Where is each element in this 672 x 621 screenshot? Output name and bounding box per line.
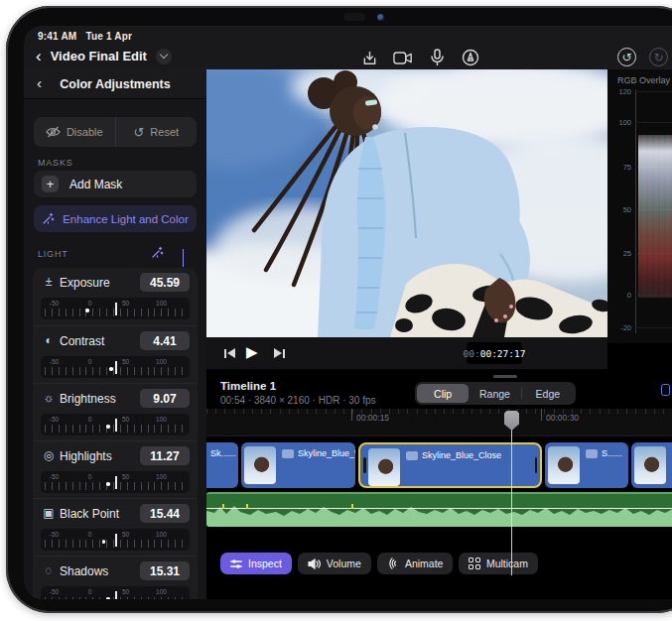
multicam-button[interactable]: Multicam: [459, 553, 538, 574]
scope-tick-label: -20: [609, 323, 631, 332]
timeline-meta: 00:54 · 3840 × 2160 · HDR · 30 fps: [220, 395, 375, 406]
slider-value[interactable]: 9.07: [140, 389, 190, 408]
status-time: 9:41 AM: [38, 31, 76, 42]
timeline-panel: Timeline 1 00:54 · 3840 × 2160 · HDR · 3…: [206, 369, 672, 599]
audio-track[interactable]: [206, 492, 672, 527]
volume-line[interactable]: [206, 508, 672, 509]
page-background: 9:41 AMTue 1 Apr ‹ Video Final Edit: [0, 0, 672, 621]
screen: 9:41 AMTue 1 Apr ‹ Video Final Edit: [24, 26, 672, 599]
video-preview[interactable]: [206, 69, 607, 337]
project-title-dropdown-button[interactable]: [156, 49, 172, 64]
ruler-tick-label: 0: [88, 300, 92, 307]
scope-axis: [635, 89, 636, 333]
mode-range[interactable]: Range: [469, 384, 520, 403]
reset-label: Reset: [150, 126, 179, 138]
light-collapse-icon[interactable]: [183, 249, 184, 267]
slider-ruler[interactable]: -50 0 50 100: [41, 586, 190, 599]
slider-contrast: ◐ Contrast 4.41 -50 0 50 100: [33, 325, 198, 383]
front-camera-lens: [377, 14, 384, 21]
slider-value[interactable]: 15.44: [140, 504, 190, 523]
timeline-toolbar: Inspect Volume Animate Multicam: [206, 553, 538, 574]
reset-button[interactable]: ↺ Reset: [116, 117, 198, 147]
color-adjustments-panel: ‹ Color Adjustments Disable ↺ Reset MASK…: [24, 69, 206, 599]
light-wand-icon[interactable]: [151, 246, 164, 259]
ruler-tick-label: -50: [50, 588, 59, 595]
slider-ruler[interactable]: -50 0 50 100: [41, 414, 190, 435]
scope-tick-label: 25: [609, 249, 631, 258]
chevron-down-icon: [160, 51, 168, 59]
skip-forward-icon[interactable]: [274, 348, 285, 358]
clip-name: S......: [602, 448, 622, 458]
clip-thumbnail: [244, 446, 276, 484]
slider-ruler[interactable]: -50 0 50 100: [41, 471, 190, 493]
slider-value[interactable]: 11.27: [140, 446, 190, 465]
ruler-tick-label: 50: [122, 416, 129, 423]
volume-button[interactable]: Volume: [298, 553, 371, 574]
light-section-header[interactable]: LIGHT: [24, 246, 206, 262]
timeline-title: Timeline 1: [220, 380, 276, 392]
tool-label: Inspect: [248, 558, 282, 569]
status-bar: 9:41 AMTue 1 Apr: [38, 31, 132, 42]
photo-icon: [406, 451, 418, 460]
clip-thumbnail: [548, 446, 580, 484]
slider-value[interactable]: 15.31: [140, 561, 190, 580]
light-sliders-group: ± Exposure 45.59 -50 0 50 100 ◐: [33, 268, 198, 599]
skip-back-icon[interactable]: [224, 348, 235, 358]
slider-value[interactable]: 45.59: [140, 273, 190, 292]
timeline-clip[interactable]: Sk......: [206, 442, 238, 488]
timeline-ruler[interactable]: 00:00:15 00:00:30: [206, 409, 672, 436]
timeline-resize-handle[interactable]: [493, 375, 517, 378]
slider-label: Highlights: [60, 449, 112, 463]
light-section-label: LIGHT: [38, 249, 68, 259]
ruler-tick-label: 50: [122, 358, 129, 365]
mode-edge[interactable]: Edge: [522, 384, 574, 403]
mode-clip[interactable]: Clip: [417, 384, 469, 403]
slider-label: Contrast: [60, 334, 104, 348]
add-mask-button[interactable]: + Add Mask: [34, 171, 197, 197]
slider-exposure: ± Exposure 45.59 -50 0 50 100: [33, 268, 198, 325]
animate-button[interactable]: Animate: [377, 553, 454, 574]
panel-title: Color Adjustments: [24, 77, 206, 91]
microphone-icon[interactable]: [427, 48, 447, 67]
trim-handle-left[interactable]: [363, 457, 366, 473]
ruler-tick-label: -50: [50, 300, 59, 307]
trim-handle-right[interactable]: [535, 457, 538, 473]
timeline-clip[interactable]: Skyline_Blue_Wide: [241, 442, 355, 488]
ruler-tick-label: 100: [156, 473, 167, 480]
ruler-tick-label: 100: [156, 588, 167, 595]
timecode-display: 00:00:27:17: [467, 342, 522, 364]
pencil-annotate-icon[interactable]: [461, 48, 480, 67]
scope-tick-label: 100: [609, 118, 631, 127]
back-chevron-icon[interactable]: ‹: [36, 48, 42, 64]
slider-value[interactable]: 4.41: [140, 331, 190, 350]
ruler-time-label: 00:00:30: [546, 413, 579, 423]
ruler-tick-label: 100: [156, 358, 167, 365]
timeline-clip-selected[interactable]: Skyline_Blue_Close: [358, 442, 542, 488]
shadows-icon: ◌: [42, 563, 56, 577]
inspect-sliders-icon: [230, 559, 242, 569]
camera-icon[interactable]: [393, 48, 413, 67]
ruler-tick-label: 50: [122, 531, 129, 538]
timeline-clip[interactable]: S......: [545, 442, 628, 488]
play-icon[interactable]: ▶: [246, 343, 258, 361]
timeline-clip[interactable]: [631, 442, 672, 488]
inspect-button[interactable]: Inspect: [220, 553, 292, 574]
undo-icon[interactable]: ↺: [617, 48, 636, 66]
enhance-light-color-button[interactable]: Enhance Light and Color: [34, 205, 197, 232]
timecode-hours: 00:: [464, 348, 480, 359]
timeline-options-icon[interactable]: [661, 384, 670, 396]
slider-ruler[interactable]: -50 0 50 100: [41, 356, 190, 378]
video-preview-image: [206, 69, 607, 337]
photo-icon: [586, 449, 598, 458]
ruler-tick-label: 50: [122, 588, 129, 595]
ruler-tick-label: 0: [88, 473, 92, 480]
clip-name: Sk......: [210, 448, 236, 458]
slider-ruler[interactable]: -50 0 50 100: [41, 298, 190, 319]
slider-ruler[interactable]: -50 0 50 100: [41, 529, 190, 551]
video-track: Sk...... Skyline_Blue_Wide Skyline_Blue_…: [206, 442, 672, 488]
project-title[interactable]: Video Final Edit: [51, 49, 147, 63]
import-icon[interactable]: [359, 48, 379, 67]
add-mask-label: Add Mask: [69, 178, 122, 191]
disable-button[interactable]: Disable: [34, 117, 116, 147]
ruler-tick-label: 0: [88, 416, 92, 423]
